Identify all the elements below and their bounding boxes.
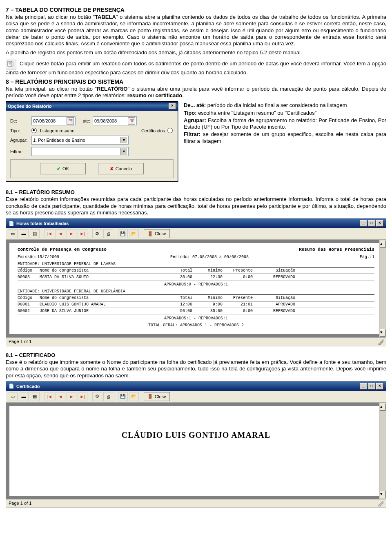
calendar-icon[interactable]: 📅 [67,117,74,125]
r-total: 50:00 [164,309,192,313]
chevron-down-icon[interactable]: ▼ [120,148,127,155]
report-toolbar: ▭ ▬ ▤ |◄ ◄ ► ►| ⚙ 🖨 💾 📂 🚪 Close [6,391,386,403]
scroll-up-icon[interactable]: ▴ [380,403,385,411]
scroll-down-icon[interactable]: ▾ [380,329,385,337]
print-icon[interactable]: 🖨 [103,229,113,238]
zoom-100-icon[interactable]: ▬ [19,392,29,401]
save-icon[interactable]: 💾 [118,229,128,238]
print-icon[interactable]: 🖨 [103,392,113,401]
c-sit: Situação [254,296,295,300]
c-pres: Presente [224,268,253,273]
printer-setup-icon[interactable]: ⚙ [92,392,102,401]
close-icon[interactable]: × [169,103,176,109]
first-page-icon[interactable]: |◄ [45,229,54,238]
svg-rect-0 [8,61,12,66]
r-sit: REPROVADO [254,275,295,279]
resize-grip-icon[interactable] [378,501,383,506]
first-page-icon[interactable]: |◄ [45,392,54,401]
radio-certificados[interactable] [167,128,173,133]
door-icon: 🚪 [147,231,153,236]
radio-listagem[interactable] [31,128,37,133]
printer-setup-icon[interactable]: ⚙ [92,229,102,238]
maximize-icon[interactable]: □ [368,383,375,390]
close-button[interactable]: 🚪 Close [144,229,170,238]
desc-de-b: De... até: [184,102,206,108]
section82-p: Esse é o relatório que imprime somente o… [6,359,386,379]
cancel-button[interactable]: ✘ Cancela [98,163,144,174]
dialog-titlebar: Opções do Relatório × [6,102,178,111]
agrupar-combo[interactable]: 1. Por Entidade de Ensino ▼ [31,136,129,145]
save-icon[interactable]: 💾 [118,392,128,401]
calendar-icon[interactable]: 📅 [128,117,135,125]
desc-fil: se desejar somente de um grupo específic… [184,131,386,144]
close-label: Close [155,394,166,399]
prev-page-icon[interactable]: ◄ [56,392,65,401]
zoom-width-icon[interactable]: ▤ [30,229,40,238]
desc-de: período do dia inicial ao final a ser co… [206,102,347,108]
section7-p1: Na tela principal, ao clicar no botão "T… [6,14,386,47]
filtrar-combo[interactable]: ▼ [31,147,129,156]
r-cod: 00002 [18,309,38,313]
open-icon[interactable]: 📂 [129,229,139,238]
r-cod: 00003 [18,275,38,279]
maximize-icon[interactable]: □ [368,220,375,227]
zoom-100-icon[interactable]: ▬ [19,229,29,238]
de-label: De: [10,118,29,123]
r-pres: 0:00 [224,275,253,279]
rpt-hdr-left: Controle de Presença em Congresso [18,247,107,252]
scroll-down-icon[interactable]: ▾ [380,491,385,498]
zoom-fit-icon[interactable]: ▭ [8,392,18,401]
section7-p2: A planilha de registro dos pontos tem um… [6,49,386,56]
status-text: Page 1 of 1 [9,339,31,345]
minimize-icon[interactable]: _ [360,220,367,227]
app-icon: 📄 [9,221,14,226]
close-icon[interactable]: × [376,220,383,227]
zoom-width-icon[interactable]: ▤ [30,392,40,401]
r-nome: CLÁUDIO LUIS GONTIJO AMARAL [40,302,162,307]
report2-title: Certificado [16,384,40,389]
desc-tipo: escolha entre "Listagem resumo" ou "Cert… [197,110,317,116]
c-nome: Nome do congressista [40,296,162,300]
desc-tipo-b: Tipo: [184,110,197,116]
next-page-icon[interactable]: ► [67,229,76,238]
scrollbar[interactable]: ▴ ▾ [379,240,386,337]
filtrar-label: Filtrar: [10,149,29,154]
s8-p1e: ou [147,92,156,98]
resize-grip-icon[interactable] [378,339,383,345]
report-icon[interactable] [6,59,16,69]
s8-p1f: certificado [155,92,182,98]
c-total: Total [164,296,192,300]
desc-agr: Escolha a forma de agrupamento no relató… [184,117,386,130]
ate-date-input[interactable]: 09/08/2008 📅 [93,116,137,125]
close-icon[interactable]: × [376,383,383,390]
rpt-pag: Pág.:1 [360,255,374,259]
rpt-ent2: ENTIDADE: UNIVERSIDADE FEDERAL DE UBERLÂ… [18,289,374,294]
cancel-label: Cancela [116,166,132,171]
chevron-down-icon[interactable]: ▼ [120,137,127,143]
rpt-emissao: Emissão:15/7/2009 [18,255,59,259]
section8-p1: Na tela principal, ao clicar no botão "R… [6,86,386,99]
c-min: Mínimo [194,296,223,300]
cert-page: CLÁUDIO LUIS GONTIJO AMARAL [9,406,383,496]
minimize-icon[interactable]: _ [360,383,367,390]
tipo-label: Tipo: [10,128,29,133]
scroll-up-icon[interactable]: ▴ [380,241,385,248]
close-button[interactable]: 🚪 Close [144,392,170,401]
close-label: Close [155,231,166,236]
de-date-input[interactable]: 07/08/2008 📅 [31,116,76,125]
prev-page-icon[interactable]: ◄ [56,229,65,238]
r-cod: 00001 [18,302,38,307]
c-sit: Situação [254,268,295,273]
open-icon[interactable]: 📂 [129,392,139,401]
ok-button[interactable]: ✔ OK [40,163,86,174]
report-page: Controle de Presença em Congresso Resumo… [9,243,383,334]
zoom-fit-icon[interactable]: ▭ [8,229,18,238]
last-page-icon[interactable]: ►| [78,229,87,238]
scrollbar[interactable]: ▴ ▾ [379,403,386,499]
next-page-icon[interactable]: ► [67,392,76,401]
last-page-icon[interactable]: ►| [78,392,87,401]
s7-p3-text: Clique neste botão para emitir um relató… [6,60,386,76]
rpt-ent1: ENTIDADE: UNIVERSIDADE FEDERAL DE LAVRAS [18,262,374,266]
opt-cert-label: Certificados [141,128,165,133]
r-min: 22:30 [194,275,223,279]
